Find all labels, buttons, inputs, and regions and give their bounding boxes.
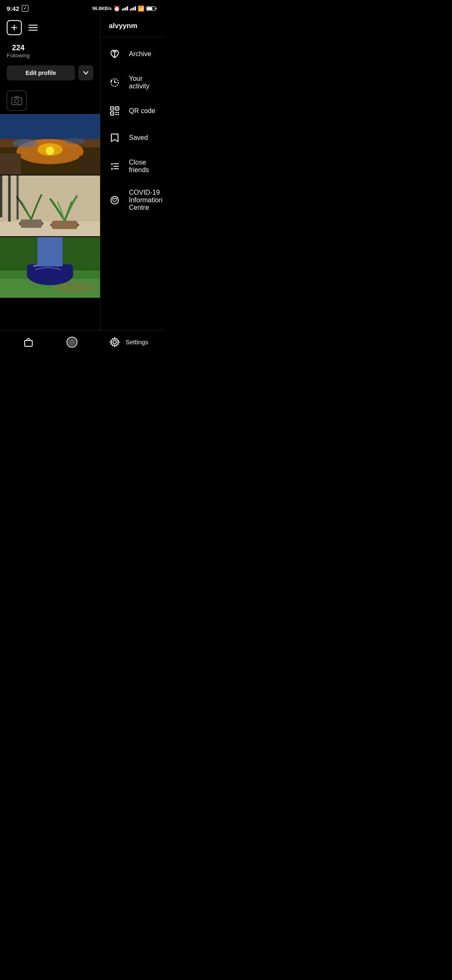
archive-label: Archive xyxy=(129,50,151,58)
your-activity-label: Your activity xyxy=(129,75,162,90)
saved-icon xyxy=(109,132,121,144)
profile-icon-area xyxy=(0,87,100,114)
menu-item-covid[interactable]: COVID-19 Information Centre xyxy=(100,181,163,219)
covid-label: COVID-19 Information Centre xyxy=(129,189,162,211)
svg-point-52 xyxy=(113,340,116,344)
left-panel: 224 Following Edit profile xyxy=(0,15,100,330)
dropdown-button[interactable] xyxy=(78,65,93,80)
saved-label: Saved xyxy=(129,134,148,142)
svg-rect-12 xyxy=(0,154,21,175)
settings-label: Settings xyxy=(126,338,148,346)
svg-rect-37 xyxy=(116,112,117,113)
photo-item-plant[interactable] xyxy=(0,175,100,236)
status-icons: 96.8KB/s ⏰ 📶 xyxy=(92,5,157,12)
nav-right: Settings xyxy=(100,336,163,348)
shop-icon[interactable] xyxy=(23,336,34,348)
svg-rect-17 xyxy=(21,219,42,228)
photo-grid xyxy=(0,114,100,330)
status-time: 9:42 ✓ xyxy=(7,5,28,12)
right-panel: alvyynm Archive xyxy=(100,15,163,330)
profile-camera-icon xyxy=(7,90,27,111)
signal-icon-2 xyxy=(130,6,136,10)
signal-icon-1 xyxy=(122,6,128,10)
photo-item-sunset[interactable] xyxy=(0,114,100,175)
check-icon: ✓ xyxy=(22,5,28,12)
settings-nav-icon[interactable] xyxy=(109,336,121,348)
svg-rect-36 xyxy=(112,113,113,114)
new-post-button[interactable] xyxy=(7,20,22,35)
bottom-nav: Settings xyxy=(0,330,163,353)
svg-rect-28 xyxy=(38,237,63,266)
archive-icon xyxy=(109,48,121,60)
svg-rect-40 xyxy=(118,114,119,115)
menu-item-saved[interactable]: Saved xyxy=(100,124,163,151)
svg-rect-15 xyxy=(0,222,100,236)
svg-text:★: ★ xyxy=(110,167,113,171)
stats-row: 224 Following xyxy=(0,40,100,65)
qr-icon xyxy=(109,105,121,117)
close-friends-label: Close friends xyxy=(129,159,162,174)
menu-item-your-activity[interactable]: Your activity xyxy=(100,67,163,98)
profile-nav-icon[interactable] xyxy=(66,336,78,348)
hamburger-menu[interactable] xyxy=(28,25,38,31)
photo-item-shoe[interactable] xyxy=(0,237,100,298)
svg-rect-21 xyxy=(8,175,11,222)
svg-point-51 xyxy=(68,338,76,346)
edit-profile-button[interactable]: Edit profile xyxy=(7,65,75,80)
menu-item-archive[interactable]: Archive xyxy=(100,41,163,67)
following-label: Following xyxy=(7,52,30,59)
svg-rect-39 xyxy=(116,114,117,115)
svg-rect-19 xyxy=(52,221,77,229)
svg-rect-48 xyxy=(25,340,32,346)
following-stat: 224 Following xyxy=(7,44,30,59)
close-friends-icon: ★ ☆ ★ xyxy=(109,160,121,172)
alarm-icon: ⏰ xyxy=(113,5,120,12)
covid-icon xyxy=(109,194,121,206)
activity-icon xyxy=(109,77,121,88)
menu-list: Archive Your activity xyxy=(100,37,163,330)
svg-rect-13 xyxy=(80,156,100,175)
nav-left xyxy=(0,336,100,348)
svg-point-3 xyxy=(15,99,19,103)
battery-icon xyxy=(146,6,157,11)
svg-rect-22 xyxy=(17,175,19,219)
menu-username: alvyynm xyxy=(100,15,163,37)
svg-point-11 xyxy=(65,138,86,144)
main-layout: 224 Following Edit profile xyxy=(0,15,163,330)
menu-item-qr-code[interactable]: QR code xyxy=(100,98,163,124)
svg-rect-34 xyxy=(112,108,113,109)
shoe-image xyxy=(0,237,100,298)
qr-code-label: QR code xyxy=(129,107,155,115)
status-bar: 9:42 ✓ 96.8KB/s ⏰ 📶 xyxy=(0,0,163,15)
svg-point-29 xyxy=(54,282,96,292)
action-row: Edit profile xyxy=(0,65,100,87)
svg-rect-35 xyxy=(117,108,118,109)
wifi-icon: 📶 xyxy=(138,5,144,12)
svg-point-10 xyxy=(13,139,38,147)
sunset-image xyxy=(0,114,100,175)
svg-rect-38 xyxy=(118,112,119,113)
following-count: 224 xyxy=(7,44,30,52)
svg-rect-20 xyxy=(0,175,3,217)
svg-point-47 xyxy=(111,196,118,204)
left-header xyxy=(0,15,100,40)
svg-point-9 xyxy=(46,147,54,155)
menu-item-close-friends[interactable]: ★ ☆ ★ Close friends xyxy=(100,151,163,181)
plant-image xyxy=(0,175,100,236)
